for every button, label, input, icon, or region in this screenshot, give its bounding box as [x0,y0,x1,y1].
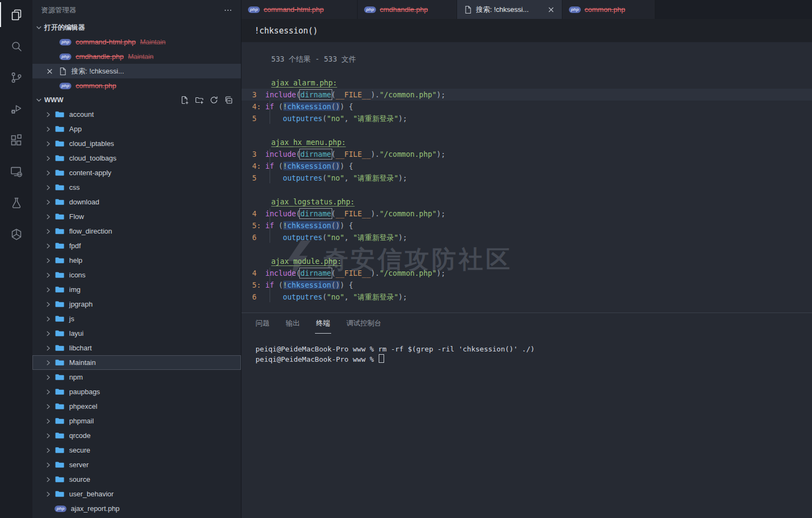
testing-icon [9,196,24,212]
chevron-right-icon [44,169,52,177]
tree-item-qrcode[interactable]: qrcode [32,428,241,443]
result-line[interactable]: 6 outputres("no", "请重新登录"); [241,231,812,243]
result-line[interactable]: 3 include(dirname(__FILE__)."/common.php… [241,148,812,160]
tree-item-account[interactable]: account [32,107,241,122]
tab-label: command-html.php [264,5,324,14]
tree-item-layui[interactable]: layui [32,326,241,341]
activity-item-run-debug[interactable] [0,94,32,125]
folder-icon [55,212,64,221]
new-folder-icon[interactable] [195,96,204,104]
tree-item-label: phpexcel [69,402,97,410]
chevron-right-icon [44,271,52,280]
activity-item-search[interactable] [0,31,32,63]
result-lines: 3 include(dirname(__FILE__)."/common.php… [241,148,812,184]
explorer-sidebar: 资源管理器 打开的编辑器 phpcommand-html.phpMaintain… [32,0,241,518]
tree-item-App[interactable]: App [32,122,241,136]
tree-item-img[interactable]: img [32,282,241,297]
result-line[interactable]: 5:if (!chksession()) { [241,279,812,291]
folder-icon [55,168,64,177]
refresh-icon[interactable] [210,96,218,104]
result-line[interactable]: 6 outputres("no", "请重新登录"); [241,291,812,303]
search-query-row[interactable]: !chksession() [241,19,812,42]
result-line[interactable]: 4 include(dirname(__FILE__)."/common.php… [241,208,812,220]
result-file-link[interactable]: ajax_module.php: [271,257,341,265]
result-line[interactable]: 4:if (!chksession()) { [241,160,812,172]
open-editors-header[interactable]: 打开的编辑器 [32,21,241,35]
close-icon[interactable] [547,5,555,14]
activity-item-extensions[interactable] [0,125,32,157]
tree-item-help[interactable]: help [32,253,241,268]
tree-item-jpgraph[interactable]: jpgraph [32,297,241,311]
activity-item-explorer[interactable] [0,0,32,31]
panel-tab-输出[interactable]: 输出 [286,317,300,329]
result-line[interactable]: 4 include(dirname(__FILE__)."/common.php… [241,267,812,279]
open-editors-list: phpcommand-html.phpMaintainphpcmdhandle.… [32,35,241,93]
new-file-icon[interactable] [180,96,189,104]
tree-item-npm[interactable]: npm [32,370,241,384]
tree-item-flow_direction[interactable]: flow_direction [32,224,241,238]
package-icon [9,227,24,244]
panel-tab-问题[interactable]: 问题 [256,317,270,329]
line-number: 4 [241,160,257,172]
result-line[interactable]: 4:if (!chksession()) { [241,101,812,112]
tree-item-label: server [69,461,89,469]
activity-item-remote-explorer[interactable] [0,157,32,188]
result-file-link[interactable]: ajax_alarm.php: [271,78,337,87]
tree-item-cloud_iptables[interactable]: cloud_iptables [32,136,241,151]
tab-cmdhandle.php[interactable]: phpcmdhandle.php [358,0,457,19]
open-editor-item[interactable]: phpcommand-html.phpMaintain [32,35,241,49]
tree-item-label: phpmail [69,417,94,425]
tree-item-ajax_report.php[interactable]: phpajax_report.php [32,501,241,516]
activity-item-source-control[interactable] [0,63,32,94]
workspace-header[interactable]: WWW [32,93,241,107]
open-editor-item[interactable]: phpcommon.php [32,78,241,93]
close-icon[interactable] [45,67,54,76]
chevron-right-icon [44,125,52,134]
tree-item-icons[interactable]: icons [32,268,241,282]
tree-item-cloud_toolbags[interactable]: cloud_toolbags [32,151,241,165]
tree-item-fpdf[interactable]: fpdf [32,238,241,253]
tree-item-user_behavior[interactable]: user_behavior [32,487,241,501]
tree-item-download[interactable]: download [32,195,241,209]
tree-item-css[interactable]: css [32,180,241,195]
tab-common.php[interactable]: phpcommon.php [562,0,655,19]
tree-item-content-apply[interactable]: content-apply [32,165,241,180]
line-number: 6 [241,291,257,303]
result-file-link[interactable]: ajax_hx_menu.php: [271,138,346,147]
tree-item-phpexcel[interactable]: phpexcel [32,399,241,414]
more-actions-icon[interactable] [224,6,232,15]
result-line[interactable]: 5 outputres("no", "请重新登录"); [241,172,812,184]
line-number: 3 [241,89,257,101]
folder-icon [55,475,64,484]
panel-tab-调试控制台[interactable]: 调试控制台 [346,317,381,329]
result-file-link[interactable]: ajax_logstatus.php: [271,197,354,206]
workspace-actions [180,96,241,104]
terminal-line: peiqi@PeideMacBook-Pro www % rm -rf $(gr… [256,344,812,354]
result-line[interactable]: 3 include(dirname(__FILE__)."/common.php… [241,89,812,101]
explorer-icon [9,8,24,24]
result-line[interactable]: 5:if (!chksession()) { [241,220,812,231]
tree-item-Maintain[interactable]: Maintain [32,355,241,370]
panel-tab-终端[interactable]: 终端 [316,317,330,329]
tree-item-paupbags[interactable]: paupbags [32,384,241,399]
chevron-right-icon [44,242,52,250]
collapse-all-icon[interactable] [224,96,233,104]
tree-item-source[interactable]: source [32,472,241,487]
editor-item-label: common.php [76,82,116,90]
terminal[interactable]: peiqi@PeideMacBook-Pro www % rm -rf $(gr… [241,329,812,364]
folder-icon [55,227,64,236]
open-editor-item[interactable]: 搜索: !chksessi... [32,64,241,78]
tree-item-Flow[interactable]: Flow [32,209,241,224]
tree-item-js[interactable]: js [32,311,241,326]
tree-item-secure[interactable]: secure [32,443,241,457]
tree-item-phpmail[interactable]: phpmail [32,414,241,428]
open-editor-item[interactable]: phpcmdhandle.phpMaintain [32,49,241,64]
result-line[interactable]: 5 outputres("no", "请重新登录"); [241,112,812,124]
tree-item-libchart[interactable]: libchart [32,341,241,355]
tree-item-server[interactable]: server [32,457,241,472]
tab--chksessi...[interactable]: 搜索: !chksessi... [457,0,562,19]
activity-item-package[interactable] [0,220,32,251]
tab-command-html.php[interactable]: phpcommand-html.php [241,0,358,19]
activity-item-testing[interactable] [0,188,32,220]
chevron-right-icon [44,358,52,367]
